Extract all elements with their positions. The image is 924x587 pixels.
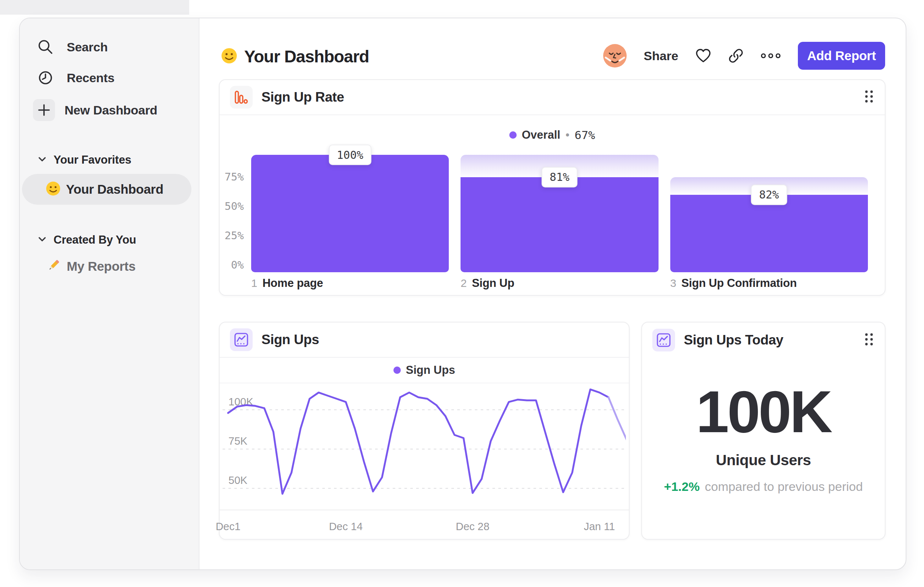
legend-overall-value: 67% bbox=[574, 128, 595, 142]
y-tick: 75% bbox=[219, 170, 244, 183]
sidebar-item-new-dashboard[interactable]: New Dashboard bbox=[20, 96, 199, 124]
sidebar: Search Recents New Das bbox=[20, 18, 200, 569]
pencil-emoji-icon bbox=[45, 258, 61, 275]
line-chart-icon bbox=[230, 328, 252, 351]
sidebar-item-label: Search bbox=[67, 40, 108, 54]
sidebar-item-your-dashboard[interactable]: Your Dashboard bbox=[22, 174, 191, 205]
chevron-down-icon bbox=[38, 157, 46, 163]
y-tick: 25% bbox=[219, 229, 244, 242]
y-tick: 50% bbox=[219, 200, 244, 212]
sidebar-item-search[interactable]: Search bbox=[20, 35, 199, 60]
funnel-step-label: 1Home page bbox=[251, 277, 449, 290]
section-label: Created By You bbox=[54, 233, 136, 246]
sidebar-item-my-reports[interactable]: My Reports bbox=[45, 256, 136, 277]
y-tick: 0% bbox=[219, 259, 244, 271]
sidebar-item-label: My Reports bbox=[67, 259, 136, 274]
page-title: Your Dashboard bbox=[244, 46, 369, 66]
funnel-bar-converted bbox=[670, 195, 868, 272]
x-tick: Jan 11 bbox=[584, 521, 615, 533]
app-window: Search Recents New Das bbox=[19, 18, 906, 570]
clock-icon bbox=[35, 69, 56, 86]
copy-link-icon[interactable] bbox=[728, 48, 744, 63]
sidebar-section-created-by-you[interactable]: Created By You bbox=[38, 233, 136, 247]
funnel-plot: 75%50%25%0% 100%81%82% bbox=[219, 155, 885, 272]
card-header: Sign Ups Today bbox=[642, 322, 885, 358]
share-button[interactable]: Share bbox=[644, 49, 679, 63]
smiley-emoji-icon bbox=[221, 47, 238, 66]
avatar[interactable] bbox=[603, 44, 627, 68]
funnel-legend[interactable]: Overall • 67% bbox=[219, 115, 885, 155]
kpi-label: Unique Users bbox=[642, 451, 885, 469]
kpi-delta-pct: +1.2% bbox=[664, 480, 700, 494]
add-report-button[interactable]: Add Report bbox=[798, 42, 885, 70]
sidebar-section-your-favorites[interactable]: Your Favorites bbox=[38, 153, 131, 167]
card-title: Sign Ups Today bbox=[684, 332, 783, 348]
sidebar-item-label: Your Dashboard bbox=[66, 182, 163, 197]
page-header: Your Dashboard bbox=[221, 42, 369, 71]
funnel-step-labels: 1Home page2Sign Up3Sign Up Confirmation bbox=[251, 277, 868, 290]
sign-ups-card: Sign Ups Sign Ups 100K75K50K Dec1Dec 14D… bbox=[219, 322, 630, 540]
line-chart-icon bbox=[652, 329, 675, 351]
funnel-step-label: 3Sign Up Confirmation bbox=[670, 277, 868, 290]
x-tick: Dec 28 bbox=[456, 521, 490, 533]
legend-dot bbox=[509, 131, 516, 139]
screen: Search Recents New Das bbox=[0, 0, 924, 587]
sidebar-item-label: New Dashboard bbox=[64, 103, 157, 117]
card-header: Sign Up Rate bbox=[219, 80, 885, 115]
kpi-delta: +1.2% compared to previous period bbox=[642, 480, 885, 494]
funnel-bar-converted bbox=[251, 155, 449, 272]
plus-icon bbox=[33, 99, 55, 121]
x-tick: Dec1 bbox=[216, 521, 241, 533]
sign-up-rate-card: Sign Up Rate Overall • 67% bbox=[219, 79, 886, 296]
favorite-heart-icon[interactable] bbox=[695, 48, 711, 63]
legend-separator: • bbox=[565, 128, 569, 142]
drag-handle-icon[interactable] bbox=[864, 332, 874, 348]
funnel-bar[interactable]: 100% bbox=[251, 155, 449, 272]
funnel-bars: 100%81%82% bbox=[251, 155, 868, 272]
legend-series-name: Overall bbox=[522, 128, 560, 142]
smiley-emoji-icon bbox=[45, 181, 61, 198]
funnel-step-label: 2Sign Up bbox=[460, 277, 658, 290]
kpi-delta-note: compared to previous period bbox=[705, 480, 863, 494]
section-label: Your Favorites bbox=[54, 153, 131, 167]
background-window-strip bbox=[0, 0, 189, 15]
more-options-icon[interactable] bbox=[761, 53, 781, 59]
legend-series-name: Sign Ups bbox=[406, 364, 455, 377]
funnel-bar[interactable]: 81% bbox=[460, 155, 658, 272]
drag-handle-icon[interactable] bbox=[864, 89, 874, 105]
legend-dot bbox=[393, 367, 401, 374]
x-axis-line bbox=[219, 509, 629, 510]
line-chart-plot[interactable] bbox=[223, 389, 626, 509]
header-actions: Share Add Report bbox=[603, 41, 886, 70]
x-tick: Dec 14 bbox=[329, 521, 363, 533]
chevron-down-icon bbox=[38, 236, 46, 243]
funnel-bar-converted bbox=[460, 177, 658, 272]
conversion-badge: 82% bbox=[751, 185, 787, 205]
sidebar-item-recents[interactable]: Recents bbox=[20, 65, 199, 90]
conversion-badge: 81% bbox=[541, 167, 578, 187]
card-title: Sign Ups bbox=[261, 332, 319, 347]
card-title: Sign Up Rate bbox=[261, 89, 344, 105]
sign-ups-today-card: Sign Ups Today 100K Unique Users +1.2% c… bbox=[641, 322, 886, 540]
sidebar-item-label: Recents bbox=[67, 71, 114, 85]
conversion-badge: 100% bbox=[329, 145, 371, 165]
funnel-bar[interactable]: 82% bbox=[670, 155, 868, 272]
search-icon bbox=[35, 38, 56, 55]
line-legend[interactable]: Sign Ups bbox=[219, 358, 629, 384]
kpi-value: 100K bbox=[642, 377, 885, 446]
card-header: Sign Ups bbox=[219, 322, 629, 358]
funnel-chart-icon bbox=[230, 86, 252, 109]
